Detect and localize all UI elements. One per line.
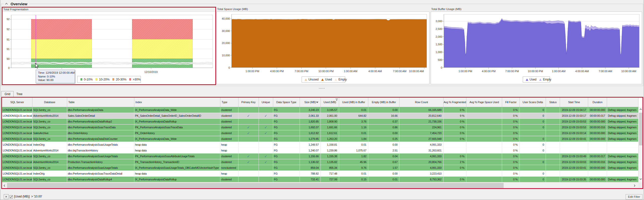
- svg-text:4:00:00 PM: 4:00:00 PM: [270, 70, 284, 73]
- svg-text:10:00:00 PM: 10:00:00 PM: [318, 70, 334, 73]
- svg-text:91: 91: [7, 38, 10, 41]
- svg-text:2,500: 2,500: [435, 27, 442, 30]
- svg-text:12/10/2019: 12/10/2019: [144, 70, 157, 73]
- svg-text:7:00:00 PM: 7:00:00 PM: [505, 70, 519, 73]
- svg-text:92: 92: [7, 18, 10, 21]
- svg-text:0: 0: [441, 66, 442, 69]
- svg-text:10:00:00 AM: 10:00:00 AM: [409, 70, 424, 73]
- svg-text:91: 91: [7, 48, 10, 51]
- svg-text:0: 0: [8, 66, 10, 69]
- svg-text:10,000: 10,000: [222, 54, 230, 57]
- svg-text:10:00:00 AM: 10:00:00 AM: [621, 70, 636, 73]
- svg-text:0: 0: [228, 66, 230, 69]
- svg-text:1:00:00 PM: 1:00:00 PM: [246, 70, 259, 73]
- svg-text:1:00:00 AM: 1:00:00 AM: [552, 70, 566, 73]
- svg-text:4:00:00 AM: 4:00:00 AM: [368, 70, 382, 73]
- svg-text:10:00:00 PM: 10:00:00 PM: [528, 70, 543, 73]
- svg-text:7:00:00 AM: 7:00:00 AM: [599, 70, 612, 73]
- svg-text:40,000: 40,000: [222, 17, 230, 20]
- svg-text:4:00:00 AM: 4:00:00 AM: [575, 70, 589, 73]
- svg-text:1:00:00 AM: 1:00:00 AM: [344, 70, 357, 73]
- svg-text:2,000: 2,000: [435, 35, 442, 38]
- svg-text:1,000: 1,000: [435, 51, 442, 54]
- svg-text:7:00:00 PM: 7:00:00 PM: [295, 70, 308, 73]
- svg-text:30,000: 30,000: [222, 29, 230, 32]
- svg-text:1,500: 1,500: [435, 43, 442, 46]
- svg-text:90: 90: [7, 57, 10, 60]
- svg-text:20,000: 20,000: [222, 42, 230, 45]
- svg-text:4:00:00 PM: 4:00:00 PM: [482, 70, 495, 73]
- svg-text:3,000: 3,000: [435, 20, 442, 23]
- svg-text:1:00:00 PM: 1:00:00 PM: [459, 70, 472, 73]
- svg-text:92: 92: [7, 28, 10, 31]
- svg-text:500: 500: [438, 58, 442, 61]
- svg-text:7:00:00 AM: 7:00:00 AM: [393, 70, 407, 73]
